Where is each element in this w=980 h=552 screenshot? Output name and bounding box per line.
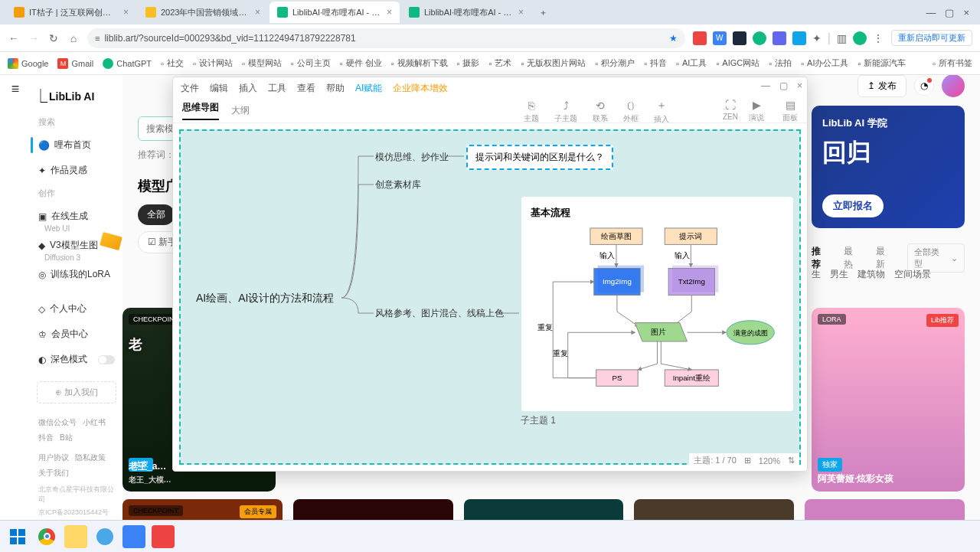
restart-button[interactable]: 重新启动即可更新 <box>891 30 972 46</box>
sidebar-item-v3[interactable]: ◆V3模型生图 <box>31 233 122 258</box>
menu-view[interactable]: 查看 <box>297 82 315 95</box>
map-icon[interactable]: ⊞ <box>744 456 751 465</box>
sort-rec[interactable]: 推荐 <box>812 245 830 271</box>
bookmark-folder[interactable]: ▫ 抖音 <box>644 57 667 69</box>
sidebar-item-lora[interactable]: ◎训练我的LoRA <box>31 262 122 287</box>
browser-tab[interactable]: 2023年中国营销领域AIGC技术…× <box>138 2 268 23</box>
minimize-icon[interactable]: — <box>761 80 770 91</box>
close-window-icon[interactable]: × <box>963 7 969 18</box>
link[interactable]: 用户协议 <box>38 452 69 463</box>
mindmap-canvas[interactable]: AI绘画、AI设计的方法和流程 模仿思维、抄作业 创意素材库 风格参考、图片混合… <box>179 129 801 465</box>
zoom-level[interactable]: 120% <box>759 456 780 465</box>
close-icon[interactable]: × <box>797 80 802 91</box>
refresh-icon[interactable]: ↻ <box>47 32 60 44</box>
sidebar-item-webui[interactable]: ▣在线生成 <box>31 204 122 229</box>
bookmark-folder[interactable]: ▫ 设计网站 <box>193 57 233 69</box>
menu-icon[interactable]: ⋮ <box>873 32 884 44</box>
app-icon[interactable] <box>122 525 145 548</box>
menu-tools[interactable]: 工具 <box>268 82 286 95</box>
tag[interactable]: 建筑物 <box>858 268 885 281</box>
link[interactable]: B站 <box>60 433 73 443</box>
logo[interactable]: ⎿LibLib AI <box>31 81 122 112</box>
notification-icon[interactable]: ◔ <box>914 76 934 96</box>
bookmark[interactable]: ChatGPT <box>103 58 152 69</box>
browser-tab[interactable]: IT桔子 | 泛互联网创业投资项目…× <box>6 2 136 23</box>
bookmark-folder[interactable]: ▫ 艺术 <box>488 57 511 69</box>
menu-file[interactable]: 文件 <box>181 82 199 95</box>
minimize-icon[interactable]: — <box>926 7 936 18</box>
ext-icon[interactable] <box>792 31 806 45</box>
tool-frame[interactable]: ⟮⟯外框 <box>623 100 639 124</box>
sort-new[interactable]: 最新 <box>876 245 894 271</box>
tag[interactable]: 空间场景 <box>894 268 931 281</box>
bookmark-folder[interactable]: ▫ 无版权图片网站 <box>521 57 586 69</box>
bookmark-folder[interactable]: ▫ 新能源汽车 <box>858 57 906 69</box>
tool-panel[interactable]: ▤面板 <box>782 99 798 123</box>
maximize-icon[interactable]: ▢ <box>945 7 954 18</box>
mindmap-root[interactable]: AI绘画、AI设计的方法和流程 <box>196 292 334 305</box>
bookmark[interactable]: MGmail <box>57 58 93 69</box>
menu-icon[interactable]: ≡ <box>11 81 20 97</box>
url-input[interactable]: ≡ liblib.art/?sourceId=000293&bd_vid=111… <box>87 28 685 48</box>
profile-icon[interactable] <box>853 31 867 45</box>
bookmark-folder[interactable]: ▫ 摄影 <box>457 57 480 69</box>
browser-tab[interactable]: LiblibAI·哩布哩布AI - 中国领…× <box>401 2 531 23</box>
bookmark-folder[interactable]: ▫ 积分潮户 <box>595 57 635 69</box>
close-icon[interactable]: × <box>387 7 392 18</box>
tool-relation[interactable]: ⟲联系 <box>593 100 608 124</box>
ext-icon[interactable] <box>753 31 766 45</box>
forward-icon[interactable]: → <box>28 32 40 44</box>
menu-ai[interactable]: AI赋能 <box>355 82 382 95</box>
close-icon[interactable]: × <box>255 7 260 18</box>
link[interactable]: 隐私政策 <box>75 452 106 463</box>
model-card[interactable]: LORA Lib推荐 独家 阿芙蕾娅·炫彩女孩 <box>812 308 965 492</box>
browser-tab-active[interactable]: LiblibAI·哩布哩布AI - 中国领先…× <box>270 2 400 23</box>
model-card[interactable] <box>293 499 453 520</box>
sort-hot[interactable]: 最热 <box>844 245 862 271</box>
bookmark-folder[interactable]: ▫ 法拍 <box>769 57 792 69</box>
tag[interactable]: 生 <box>812 268 821 281</box>
close-icon[interactable]: × <box>518 7 524 18</box>
model-card[interactable]: 独家AWPortrait WW <box>634 499 794 520</box>
model-card[interactable]: 独家Pixel3D像素世界SDXL <box>464 499 624 520</box>
close-icon[interactable]: × <box>123 7 129 18</box>
tool-topic[interactable]: ⎘主题 <box>524 100 539 124</box>
ext-icon[interactable]: W <box>713 31 727 45</box>
tool-insert[interactable]: ＋插入 <box>654 99 669 125</box>
toggle[interactable] <box>98 355 115 364</box>
panel-icon[interactable]: ▥ <box>837 32 847 44</box>
ext-icon[interactable] <box>773 31 786 45</box>
app-icon[interactable] <box>152 525 175 548</box>
bookmark-folder[interactable]: ▫ AI工具 <box>676 57 707 69</box>
new-tab-button[interactable]: ＋ <box>533 2 554 23</box>
promo-cta[interactable]: 立即报名 <box>822 194 884 217</box>
menu-corp[interactable]: 企业降本增效 <box>393 82 448 95</box>
mindmap-subtopic[interactable]: 子主题 1 <box>521 414 556 427</box>
bookmark-folder[interactable]: ▫ 公司主页 <box>291 57 331 69</box>
ext-icon[interactable] <box>693 31 707 45</box>
tab-outline[interactable]: 大纲 <box>231 104 250 117</box>
model-card[interactable]: 独家阿芙蕾娅·炫彩女孩 <box>805 499 965 520</box>
start-icon[interactable] <box>6 525 29 548</box>
bookmark-folder[interactable]: ▫ 模型网站 <box>242 57 282 69</box>
menu-edit[interactable]: 编辑 <box>210 82 228 95</box>
sidebar-item-inspire[interactable]: ✦作品灵感 <box>31 158 122 183</box>
publish-button[interactable]: ↥发布 <box>858 75 906 97</box>
bookmark-folder[interactable]: ▫ AIGC网站 <box>716 57 760 69</box>
link[interactable]: 关于我们 <box>38 468 69 479</box>
menu-insert[interactable]: 插入 <box>239 82 257 95</box>
home-icon[interactable]: ⌂ <box>67 32 80 44</box>
bookmark[interactable]: Google <box>8 58 48 69</box>
tab-mindmap[interactable]: 思维导图 <box>182 101 219 120</box>
tool-zen[interactable]: ⛶ZEN <box>723 99 738 123</box>
chip-all[interactable]: 全部 <box>138 204 175 225</box>
link[interactable]: 微信公众号 <box>38 417 77 428</box>
bookmark-folder[interactable]: ▫ 所有书签 <box>933 57 972 69</box>
avatar[interactable] <box>942 75 965 97</box>
promo-banner[interactable]: LibLib AI 学院 回归 立即报名 <box>812 106 965 228</box>
tool-present[interactable]: ▶演说 <box>749 99 764 123</box>
mindmap-branch[interactable]: 风格参考、图片混合、线稿上色 <box>375 307 504 320</box>
menu-help[interactable]: 帮助 <box>326 82 345 95</box>
tag[interactable]: 男生 <box>830 268 848 281</box>
mindmap-branch[interactable]: 创意素材库 <box>375 178 421 191</box>
